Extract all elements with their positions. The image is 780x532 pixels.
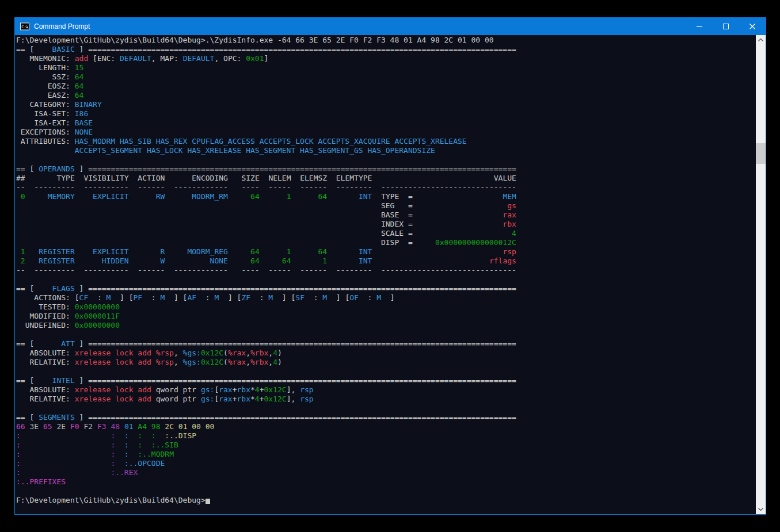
console-line-26 <box>16 275 756 284</box>
spacing <box>228 192 250 201</box>
console-text: ------ <box>300 183 327 192</box>
console-text: 64 <box>318 192 327 201</box>
spacing <box>66 422 70 431</box>
close-button[interactable] <box>739 18 766 35</box>
scroll-down-button[interactable] <box>756 504 766 514</box>
console-text: EOSZ: <box>16 82 75 90</box>
spacing <box>228 247 250 256</box>
console-line-15: ## TYPE VISIBILITY ACTION ENCODING SIZE … <box>16 174 756 183</box>
spacing <box>327 183 336 192</box>
console-text: : <box>124 450 129 458</box>
console-text: ] <box>75 164 88 173</box>
console-text: [ENC: <box>88 54 120 63</box>
console-line-11: ATTRIBUTES: HAS_MODRM HAS_SIB HAS_REX CP… <box>16 137 756 146</box>
console-line-7: CATEGORY: BINARY <box>16 100 756 109</box>
console-text: %rax <box>228 349 246 357</box>
console-text: : <box>250 293 268 302</box>
console-text: ( <box>223 358 228 366</box>
console-text: ------------ <box>174 266 228 274</box>
console-text: DEFAULT <box>183 54 215 63</box>
spacing <box>129 266 138 274</box>
console-area: F:\Development\GitHub\zydis\Build64\Debu… <box>15 35 766 514</box>
console-text: == [ <box>16 45 39 53</box>
console-text: ] [ <box>165 293 187 302</box>
console-text: ------ <box>138 183 165 192</box>
minimize-button[interactable] <box>686 18 713 35</box>
console-line-8: ISA-SET: I86 <box>16 109 756 118</box>
console-text: -- <box>16 266 25 274</box>
title-bar[interactable]: C:\ Command Prompt <box>15 18 766 35</box>
console-text: -------- <box>336 266 372 274</box>
console-text: VISIBILITY <box>83 174 128 182</box>
console-text: , <box>246 358 250 366</box>
console-line-14: == [ OPERANDS ] ========================… <box>16 164 756 174</box>
console-text: EASZ: <box>16 91 75 99</box>
console-output[interactable]: F:\Development\GitHub\zydis\Build64\Debu… <box>15 35 756 514</box>
console-text: : <box>16 441 21 449</box>
console-text: -------- <box>336 183 372 192</box>
spacing <box>165 247 187 256</box>
console-text: MODRM_REG <box>187 247 227 256</box>
console-text: 1 <box>322 257 327 265</box>
console-text: : <box>16 459 21 468</box>
chevron-up-icon <box>758 39 763 41</box>
console-text: rbx <box>503 220 516 228</box>
console-line-44: : : : : :..SIB <box>16 441 756 450</box>
console-line-2: MNEMONIC: add [ENC: DEFAULT, MAP: DEFAUL… <box>16 54 756 63</box>
spacing <box>327 266 336 274</box>
spacing <box>129 431 138 440</box>
maximize-button[interactable] <box>713 18 739 35</box>
console-text: 64 <box>75 72 84 81</box>
console-text: SEGMENTS <box>39 413 75 422</box>
console-text: 01 <box>124 422 134 431</box>
console-line-34: ABSOLUTE: xrelease lock add %rsp, %gs:0x… <box>16 349 756 358</box>
spacing <box>327 192 359 201</box>
console-line-9: ISA-EXT: BASE <box>16 118 756 128</box>
console-text: 2 <box>21 257 25 265</box>
console-text: %rbx <box>250 358 268 366</box>
console-text: rax <box>219 385 232 394</box>
console-text: HAS_MODRM HAS_SIB HAS_REX CPUFLAG_ACCESS… <box>75 137 467 146</box>
console-text: add <box>75 54 88 63</box>
vertical-scrollbar[interactable] <box>756 35 766 514</box>
console-line-3: LENGTH: 15 <box>16 63 756 72</box>
console-line-45: : : : :..MODRM <box>16 450 756 459</box>
spacing <box>142 431 151 440</box>
scrollbar-thumb[interactable] <box>756 143 766 164</box>
spacing <box>75 183 84 192</box>
console-text: F:\Development\GitHub\zydis\Build64\Debu… <box>16 496 206 504</box>
console-text: ENCODING <box>192 174 228 182</box>
console-text: ATTRIBUTES: <box>16 137 75 146</box>
console-text: 64 <box>282 257 291 265</box>
console-text: FLAGS <box>39 284 75 293</box>
console-text: : <box>16 450 21 458</box>
spacing <box>120 422 124 431</box>
console-text: TYPE = <box>381 192 413 201</box>
console-text: 0 <box>21 192 25 201</box>
console-text: :..DISP <box>165 431 196 440</box>
console-text: MEMORY <box>48 192 75 201</box>
console-line-24: 2 REGISTER HIDDEN W NONE 64 64 1 INT rfl… <box>16 257 756 266</box>
console-line-48: :..PREFIXES <box>16 477 756 487</box>
console-text: SSZ: <box>16 72 75 81</box>
console-text: M <box>322 293 327 302</box>
console-line-43: : : : : : :..DISP <box>16 431 756 441</box>
scroll-up-button[interactable] <box>756 35 766 45</box>
console-line-22: DISP = 0x000000000000012C <box>16 238 756 247</box>
console-line-30: MODIFIED: 0x0000011F <box>16 312 756 321</box>
console-text: ] <box>75 45 88 53</box>
console-text: REGISTER <box>39 257 75 265</box>
console-text: ] [ <box>111 293 133 302</box>
console-text: + <box>260 395 264 403</box>
spacing <box>75 174 84 182</box>
console-text: rsp <box>503 247 516 256</box>
console-text: : <box>359 293 376 302</box>
console-text: 4 <box>273 349 277 357</box>
console-line-17: 0 MEMORY EXPLICIT RW MODRM_RM 64 1 64 IN… <box>16 192 756 201</box>
console-text: * <box>250 385 255 394</box>
spacing <box>16 192 21 201</box>
console-text: , <box>174 358 183 366</box>
console-text: 1 <box>287 247 291 256</box>
spacing <box>228 183 241 192</box>
spacing <box>75 266 84 274</box>
